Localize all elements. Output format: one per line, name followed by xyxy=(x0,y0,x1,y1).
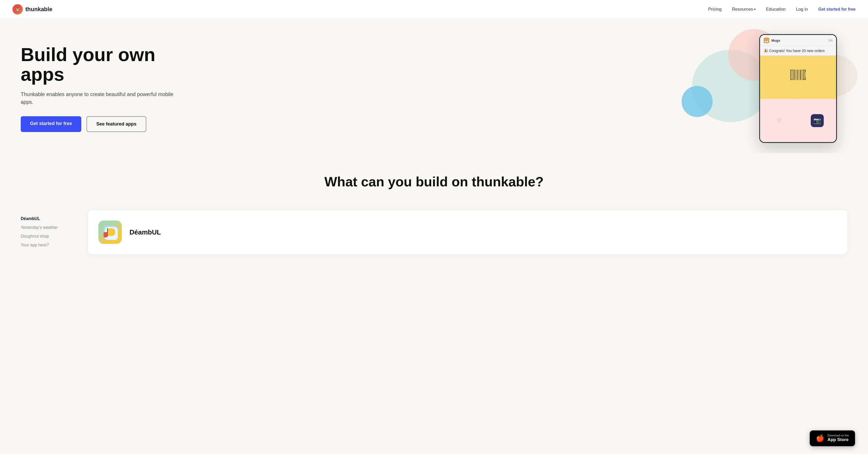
hero-buttons: Get started for free See featured apps xyxy=(21,116,176,132)
brand-logo[interactable]: 🦉 thunkable xyxy=(12,4,52,14)
phone-panel-camera: 📷 xyxy=(798,99,836,142)
svg-rect-6 xyxy=(800,70,801,80)
hero-title: Build your own apps xyxy=(21,45,176,84)
svg-rect-20 xyxy=(103,232,107,237)
svg-rect-15 xyxy=(790,77,791,80)
nav-get-started-button[interactable]: Get started for free xyxy=(818,7,856,12)
phone-panel-barcode xyxy=(760,56,836,99)
section-what-title: What can you build on thunkable? xyxy=(21,174,847,190)
hero-content: Build your own apps Thunkable enables an… xyxy=(21,45,176,132)
app-showcase-section: DéambUL Yesterday's weather Doughnut sho… xyxy=(0,200,868,270)
phone-mockup: ☕ Mugs 1m 🎉 Congrats! You have 20 new or… xyxy=(759,34,837,143)
phone-body: ♡ 📷 xyxy=(760,56,836,142)
app-name: DéambUL xyxy=(129,228,161,236)
svg-rect-7 xyxy=(802,70,803,80)
notif-message: 🎉 Congrats! You have 20 new orders xyxy=(760,46,836,56)
app-card: DéambUL xyxy=(88,210,847,254)
app-sidebar: DéambUL Yesterday's weather Doughnut sho… xyxy=(21,210,72,254)
heart-icon: ♡ xyxy=(777,118,781,124)
hero-section: Build your own apps Thunkable enables an… xyxy=(0,19,868,153)
app-info: DéambUL xyxy=(129,228,161,236)
chevron-down-icon: ▾ xyxy=(754,7,755,11)
nav-links: Pricing Resources ▾ Education Log in Get… xyxy=(708,7,856,12)
app-card-area: DéambUL xyxy=(88,210,847,254)
app-icon xyxy=(98,221,122,244)
notif-time: 1m xyxy=(828,39,833,42)
svg-rect-4 xyxy=(797,70,798,80)
hero-subtitle: Thunkable enables anyone to create beaut… xyxy=(21,90,176,106)
svg-rect-1 xyxy=(792,70,793,80)
phone-panel-left: ♡ xyxy=(760,99,798,142)
blob-decoration-3 xyxy=(682,86,713,117)
svg-rect-3 xyxy=(796,70,796,80)
sidebar-item-doughnut[interactable]: Doughnut shop xyxy=(21,233,72,240)
notif-app-icon: ☕ xyxy=(764,37,769,43)
svg-rect-8 xyxy=(803,70,804,80)
navbar: 🦉 thunkable Pricing Resources ▾ Educatio… xyxy=(0,0,868,19)
hero-visual: ☕ Mugs 1m 🎉 Congrats! You have 20 new or… xyxy=(702,34,847,143)
nav-pricing[interactable]: Pricing xyxy=(708,7,722,12)
section-what: What can you build on thunkable? xyxy=(0,153,868,200)
nav-education[interactable]: Education xyxy=(766,7,786,12)
barcode-icon xyxy=(790,70,806,85)
svg-rect-11 xyxy=(790,70,791,72)
logo-icon: 🦉 xyxy=(12,4,23,14)
sidebar-item-your-app[interactable]: Your app here? xyxy=(21,242,72,249)
nav-resources[interactable]: Resources ▾ xyxy=(732,7,755,12)
svg-rect-2 xyxy=(794,70,795,80)
phone-notification-bar: ☕ Mugs 1m xyxy=(760,35,836,46)
svg-rect-13 xyxy=(805,70,806,72)
sidebar-item-deambul[interactable]: DéambUL xyxy=(21,215,72,222)
svg-rect-5 xyxy=(799,70,799,80)
brand-name: thunkable xyxy=(25,6,52,13)
svg-rect-17 xyxy=(805,77,806,80)
sidebar-item-weather[interactable]: Yesterday's weather xyxy=(21,224,72,231)
notif-app-name: Mugs xyxy=(771,39,780,42)
login-button[interactable]: Log in xyxy=(796,7,808,12)
hero-cta-secondary[interactable]: See featured apps xyxy=(87,116,146,132)
hero-cta-primary[interactable]: Get started for free xyxy=(21,116,81,132)
camera-icon: 📷 xyxy=(811,114,824,127)
